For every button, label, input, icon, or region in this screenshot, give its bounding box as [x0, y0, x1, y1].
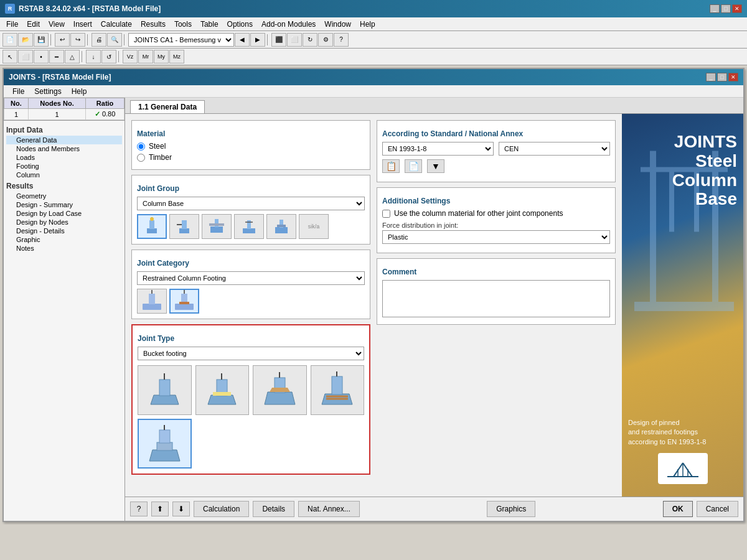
menu-options[interactable]: Options — [223, 19, 256, 30]
dialog-menu-settings[interactable]: Settings — [31, 86, 65, 97]
tree-nodes-members[interactable]: Nodes and Members — [6, 144, 122, 153]
render-btn[interactable]: ⬛ — [271, 33, 286, 47]
table-row[interactable]: 1 1 ✓ 0.80 — [4, 109, 125, 120]
redo-btn[interactable]: ↪ — [70, 33, 85, 47]
graphics-btn[interactable]: Graphics — [487, 501, 535, 517]
cancel-btn[interactable]: Cancel — [697, 501, 738, 517]
tree-design-nodes[interactable]: Design by Nodes — [6, 218, 122, 226]
cursor-btn[interactable]: ↖ — [2, 50, 17, 63]
support-btn[interactable]: △ — [65, 50, 80, 63]
std-edit-btn[interactable]: 📋 — [382, 159, 400, 173]
import-btn[interactable]: ⬇ — [172, 502, 190, 516]
undo-btn[interactable]: ↩ — [55, 33, 70, 47]
sep1 — [50, 34, 53, 45]
joints-dropdown[interactable]: JOINTS CA1 - Bemessung v — [128, 33, 234, 47]
tree-notes[interactable]: Notes — [6, 244, 122, 253]
joint-icon-4[interactable] — [234, 214, 264, 239]
My-btn[interactable]: My — [154, 50, 169, 63]
joint-type-select[interactable]: Bucket footing Base plate Embedded footi… — [138, 347, 364, 360]
node-btn[interactable]: • — [34, 50, 49, 63]
settings-btn[interactable]: ⚙ — [318, 33, 333, 47]
beam-btn[interactable]: ━ — [49, 50, 64, 63]
select-btn[interactable]: ⬜ — [18, 50, 33, 63]
Vz-btn[interactable]: Vz — [123, 50, 138, 63]
footing-type-5-selected[interactable] — [138, 419, 192, 469]
print-btn[interactable]: 🖨 — [92, 33, 106, 47]
menu-insert[interactable]: Insert — [70, 19, 96, 30]
tree-footing[interactable]: Footing — [6, 162, 122, 170]
dialog-menu-file[interactable]: File — [9, 86, 28, 97]
dialog-minimize-btn[interactable]: _ — [706, 73, 716, 82]
menu-file[interactable]: File — [2, 19, 22, 30]
std-copy-btn[interactable]: 📄 — [405, 159, 422, 173]
next-btn[interactable]: ▶ — [250, 33, 265, 47]
footing-type-1[interactable] — [138, 365, 192, 415]
open-btn[interactable]: 📂 — [18, 33, 33, 47]
footing-type-2[interactable] — [195, 365, 250, 415]
export-btn[interactable]: ⬆ — [151, 502, 169, 516]
comment-textarea[interactable] — [382, 280, 610, 317]
menu-addon[interactable]: Add-on Modules — [258, 19, 319, 30]
help-btn[interactable]: ? — [130, 502, 148, 516]
joint-icon-3[interactable] — [202, 214, 232, 239]
tree-design-details[interactable]: Design - Details — [6, 226, 122, 235]
footing-type-4[interactable] — [311, 365, 365, 415]
Mz-btn[interactable]: Mz — [169, 50, 184, 63]
joint-category-select[interactable]: Restrained Column Footing Pinned Column … — [137, 271, 365, 285]
tree-column[interactable]: Column — [6, 170, 122, 179]
menu-results[interactable]: Results — [137, 19, 169, 30]
tree-loads[interactable]: Loads — [6, 153, 122, 162]
app-window-controls[interactable]: _ □ ✕ — [710, 4, 742, 13]
menu-help[interactable]: Help — [356, 19, 379, 30]
left-panel: No. Nodes No. Ratio 1 1 ✓ 0.80 — [4, 98, 125, 521]
joint-icon-5[interactable] — [266, 214, 296, 239]
footing-type-3[interactable] — [253, 365, 307, 415]
tree-design-load-case[interactable]: Design by Load Case — [6, 209, 122, 218]
new-btn[interactable]: 📄 — [2, 33, 17, 47]
menu-edit[interactable]: Edit — [23, 19, 44, 30]
tree-design-summary[interactable]: Design - Summary — [6, 200, 122, 209]
tree-geometry[interactable]: Geometry — [6, 192, 122, 200]
annex-select[interactable]: CEN Germany — [499, 142, 610, 156]
calculation-btn[interactable]: Calculation — [194, 501, 249, 517]
Mr-btn[interactable]: Mr — [138, 50, 153, 63]
menu-calculate[interactable]: Calculate — [97, 19, 136, 30]
standard-select[interactable]: EN 1993-1-8 — [382, 142, 494, 156]
cat-icon-1[interactable] — [137, 289, 167, 314]
force-dist-select[interactable]: Plastic Elastic — [382, 230, 610, 244]
dialog-controls[interactable]: _ □ ✕ — [706, 73, 738, 82]
minimize-btn[interactable]: _ — [710, 4, 720, 13]
nat-annex-btn[interactable]: Nat. Annex... — [298, 501, 360, 517]
menu-tools[interactable]: Tools — [171, 19, 195, 30]
joint-group-select[interactable]: Column Base Beam to Column — [137, 197, 365, 210]
details-btn[interactable]: Details — [253, 501, 294, 517]
dialog-close-btn[interactable]: ✕ — [728, 73, 738, 82]
dialog-maximize-btn[interactable]: □ — [717, 73, 727, 82]
tree-graphic[interactable]: Graphic — [6, 235, 122, 244]
help-icon-btn[interactable]: ? — [334, 33, 349, 47]
column-material-checkbox[interactable] — [382, 210, 390, 218]
menu-window[interactable]: Window — [321, 19, 355, 30]
menu-table[interactable]: Table — [197, 19, 222, 30]
moment-btn[interactable]: ↺ — [101, 50, 116, 63]
zoom-btn[interactable]: 🔍 — [107, 33, 122, 47]
maximize-btn[interactable]: □ — [721, 4, 731, 13]
tab-general-data[interactable]: 1.1 General Data — [130, 100, 205, 113]
radio-steel[interactable] — [137, 142, 145, 151]
joint-icon-2[interactable] — [169, 214, 199, 239]
tree-general-data[interactable]: General Data — [6, 136, 122, 144]
rotate-btn[interactable]: ↻ — [303, 33, 317, 47]
joint-icon-6[interactable]: sik/a — [299, 214, 329, 239]
close-app-btn[interactable]: ✕ — [732, 4, 742, 13]
radio-timber[interactable] — [137, 154, 145, 162]
menu-view[interactable]: View — [45, 19, 68, 30]
cat-icon-2[interactable] — [169, 289, 199, 314]
dialog-menu-help[interactable]: Help — [68, 86, 91, 97]
force-btn[interactable]: ↓ — [86, 50, 101, 63]
wire-btn[interactable]: ⬜ — [287, 33, 302, 47]
joint-icon-1[interactable] — [137, 214, 167, 239]
std-filter-btn[interactable]: ▼ — [427, 159, 444, 173]
save-btn[interactable]: 💾 — [34, 33, 49, 47]
prev-btn[interactable]: ◀ — [235, 33, 250, 47]
ok-btn[interactable]: OK — [663, 501, 693, 517]
